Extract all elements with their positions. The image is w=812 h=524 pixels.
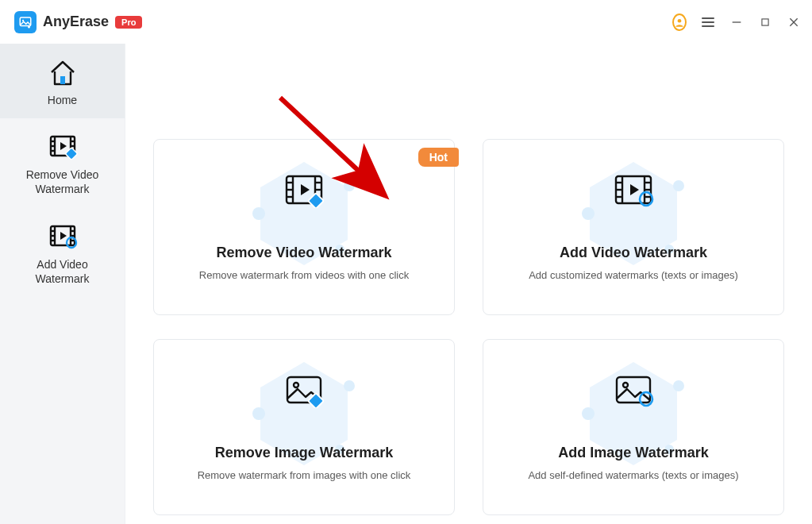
sidebar-item-label: Add Video Watermark <box>36 257 90 286</box>
card-add-video-watermark[interactable]: Add Video Watermark Add customized water… <box>483 139 784 315</box>
sidebar-item-add-video-watermark[interactable]: Add Video Watermark <box>0 208 125 297</box>
hot-badge: Hot <box>418 148 459 167</box>
account-icon[interactable] <box>672 15 687 29</box>
svg-point-62 <box>582 407 595 420</box>
card-title: Add Video Watermark <box>560 245 707 261</box>
app-logo-icon <box>14 11 37 33</box>
title-bar: AnyErase Pro <box>0 0 812 44</box>
svg-point-56 <box>344 380 355 391</box>
svg-point-43 <box>673 180 684 191</box>
minimize-button[interactable] <box>729 15 744 29</box>
video-add-watermark-icon <box>47 222 79 251</box>
annotation-arrow <box>268 91 403 214</box>
home-icon <box>47 58 79 87</box>
image-erase-icon <box>283 373 325 408</box>
card-subtitle: Add self-defined watermarks (texts or im… <box>528 469 738 481</box>
svg-point-42 <box>582 207 595 220</box>
brand: AnyErase Pro <box>14 11 142 33</box>
svg-rect-7 <box>60 76 65 84</box>
svg-rect-4 <box>762 18 768 25</box>
svg-point-2 <box>678 18 682 22</box>
svg-point-63 <box>673 380 684 391</box>
sidebar-item-label: Remove Video Watermark <box>26 168 99 196</box>
svg-point-55 <box>252 407 265 420</box>
pro-badge: Pro <box>115 16 142 29</box>
svg-point-59 <box>294 383 298 387</box>
main-content: Hot Remove Video Watermark Remove waterm… <box>125 44 812 524</box>
app-name: AnyErase <box>43 13 109 30</box>
sidebar-item-label: Home <box>48 93 77 107</box>
svg-rect-65 <box>617 377 650 403</box>
card-remove-image-watermark[interactable]: Remove Image Watermark Remove watermark … <box>153 339 455 515</box>
close-button[interactable] <box>787 15 801 29</box>
maximize-button[interactable] <box>758 15 772 29</box>
sidebar-item-remove-video-watermark[interactable]: Remove Video Watermark <box>0 118 125 207</box>
video-add-watermark-icon <box>613 173 654 208</box>
card-add-image-watermark[interactable]: Add Image Watermark Add self-defined wat… <box>483 339 784 515</box>
card-title: Remove Video Watermark <box>216 245 391 261</box>
sidebar-item-home[interactable]: Home <box>0 44 125 118</box>
video-erase-icon <box>47 133 79 161</box>
window-controls <box>672 15 801 29</box>
svg-point-28 <box>252 207 265 220</box>
card-subtitle: Remove watermark from videos with one cl… <box>199 269 409 281</box>
svg-point-66 <box>623 383 628 387</box>
sidebar: Home Remove Video Watermark Add Video Wa… <box>0 44 125 524</box>
menu-icon[interactable] <box>701 15 715 29</box>
image-add-watermark-icon <box>613 373 654 408</box>
card-subtitle: Remove watermark from images with one cl… <box>198 469 411 481</box>
svg-rect-0 <box>20 17 31 26</box>
svg-rect-17 <box>65 148 78 160</box>
card-subtitle: Add customized watermarks (texts or imag… <box>529 269 738 281</box>
card-title: Remove Image Watermark <box>215 445 393 461</box>
card-title: Add Image Watermark <box>558 445 708 461</box>
